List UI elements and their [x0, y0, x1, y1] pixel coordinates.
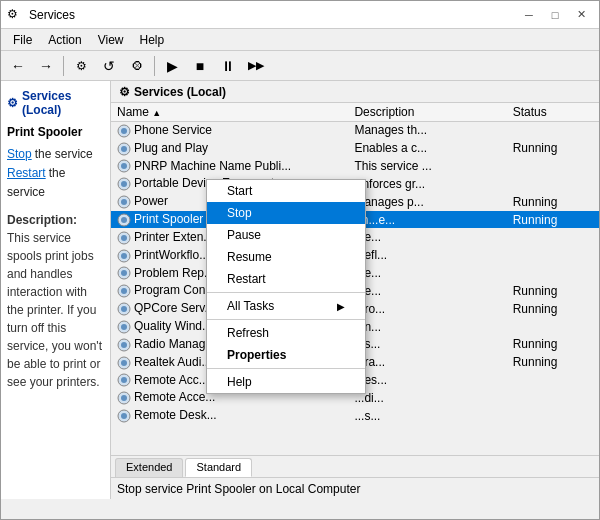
service-desc-cell: Manages p... — [348, 193, 506, 211]
svg-point-33 — [121, 413, 127, 419]
service-status-cell — [507, 246, 599, 264]
resume-service-button[interactable]: ▶▶ — [243, 54, 269, 78]
service-status-cell — [507, 175, 599, 193]
service-name-cell: PNRP Machine Name Publi... — [111, 157, 348, 175]
context-menu-item-refresh[interactable]: Refresh — [207, 322, 365, 344]
service-desc-cell: ...s... — [348, 335, 506, 353]
table-row[interactable]: Phone ServiceManages th... — [111, 122, 599, 140]
context-menu-item-help[interactable]: Help — [207, 371, 365, 393]
content-area: ⚙ Services (Local) Name ▲ Description St… — [111, 81, 599, 499]
service-desc-cell: Enforces gr... — [348, 175, 506, 193]
service-desc-cell: ...ra... — [348, 353, 506, 371]
start-service-button[interactable]: ▶ — [159, 54, 185, 78]
sidebar-actions: Stop the service Restart the service — [7, 145, 104, 203]
service-desc-cell: ...e... — [348, 264, 506, 282]
tab-extended[interactable]: Extended — [115, 458, 183, 477]
pane-header: ⚙ Services (Local) — [111, 81, 599, 103]
svg-point-29 — [121, 377, 127, 383]
service-desc-cell: Enables a c... — [348, 139, 506, 157]
forward-button[interactable]: → — [33, 54, 59, 78]
menu-item-file[interactable]: File — [5, 29, 40, 50]
refresh-toolbar-button[interactable]: ↺ — [96, 54, 122, 78]
service-desc-cell: ...n... — [348, 318, 506, 336]
service-desc-cell: ...e... — [348, 228, 506, 246]
col-status[interactable]: Status — [507, 103, 599, 122]
service-desc-cell: ...di... — [348, 389, 506, 407]
submenu-arrow-icon: ▶ — [337, 301, 345, 312]
service-status-cell: Running — [507, 193, 599, 211]
service-status-cell — [507, 371, 599, 389]
col-description[interactable]: Description — [348, 103, 506, 122]
toolbar-sep-1 — [63, 56, 64, 76]
context-menu-separator — [207, 292, 365, 293]
service-name-cell: Plug and Play — [111, 139, 348, 157]
service-desc-cell: ...s... — [348, 407, 506, 423]
service-status-cell — [507, 407, 599, 423]
tab-standard[interactable]: Standard — [185, 458, 252, 477]
svg-point-31 — [121, 395, 127, 401]
pause-service-button[interactable]: ⏸ — [215, 54, 241, 78]
service-desc-cell: ...es... — [348, 371, 506, 389]
menu-item-view[interactable]: View — [90, 29, 132, 50]
svg-point-1 — [121, 128, 127, 134]
service-status-cell: Running — [507, 211, 599, 229]
properties-button[interactable]: ⚙ — [68, 54, 94, 78]
title-bar: ⚙ Services ─ □ ✕ — [1, 1, 599, 29]
export-button[interactable]: ⭙ — [124, 54, 150, 78]
service-status-cell — [507, 389, 599, 407]
context-menu-item-properties[interactable]: Properties — [207, 344, 365, 366]
service-desc-cell: This service ... — [348, 157, 506, 175]
context-menu-item-pause[interactable]: Pause — [207, 224, 365, 246]
svg-point-27 — [121, 360, 127, 366]
sidebar: ⚙ Services (Local) Print Spooler Stop th… — [1, 81, 111, 499]
table-row[interactable]: PNRP Machine Name Publi...This service .… — [111, 157, 599, 175]
svg-point-19 — [121, 288, 127, 294]
menu-item-help[interactable]: Help — [132, 29, 173, 50]
stop-service-button[interactable]: ■ — [187, 54, 213, 78]
context-menu-item-restart[interactable]: Restart — [207, 268, 365, 290]
context-menu-separator — [207, 319, 365, 320]
maximize-button[interactable]: □ — [543, 5, 567, 25]
service-status-cell: Running — [507, 139, 599, 157]
svg-point-15 — [121, 253, 127, 259]
table-row[interactable]: Plug and PlayEnables a c...Running — [111, 139, 599, 157]
back-button[interactable]: ← — [5, 54, 31, 78]
restart-link[interactable]: Restart — [7, 166, 46, 180]
menu-item-action[interactable]: Action — [40, 29, 89, 50]
status-bar: Stop service Print Spooler on Local Comp… — [111, 477, 599, 499]
service-status-cell — [507, 264, 599, 282]
window-controls: ─ □ ✕ — [517, 5, 593, 25]
service-status-cell — [507, 157, 599, 175]
minimize-button[interactable]: ─ — [517, 5, 541, 25]
svg-point-17 — [121, 270, 127, 276]
svg-point-5 — [121, 163, 127, 169]
service-status-cell: Running — [507, 335, 599, 353]
service-desc-cell: ...e... — [348, 282, 506, 300]
table-row[interactable]: Remote Desk......s... — [111, 407, 599, 423]
sidebar-title: ⚙ Services (Local) — [7, 89, 104, 117]
window-title: Services — [29, 8, 517, 22]
svg-point-11 — [121, 217, 127, 223]
status-text: Stop service Print Spooler on Local Comp… — [117, 482, 360, 496]
svg-point-25 — [121, 342, 127, 348]
service-desc-cell: Manages th... — [348, 122, 506, 140]
stop-link[interactable]: Stop — [7, 147, 32, 161]
service-status-cell: Running — [507, 282, 599, 300]
context-menu-item-stop[interactable]: Stop — [207, 202, 365, 224]
desc-header: Description: — [7, 211, 104, 229]
context-menu-separator — [207, 368, 365, 369]
service-status-cell — [507, 122, 599, 140]
context-menu-item-all-tasks[interactable]: All Tasks▶ — [207, 295, 365, 317]
service-desc-cell: ...efl... — [348, 246, 506, 264]
svg-point-3 — [121, 146, 127, 152]
col-name[interactable]: Name ▲ — [111, 103, 348, 122]
context-menu-item-resume[interactable]: Resume — [207, 246, 365, 268]
sidebar-description: Description: This service spools print j… — [7, 211, 104, 391]
service-name-cell: Phone Service — [111, 122, 348, 140]
desc-text: This service spools print jobs and handl… — [7, 229, 104, 391]
close-button[interactable]: ✕ — [569, 5, 593, 25]
context-menu-item-start[interactable]: Start — [207, 180, 365, 202]
service-status-cell — [507, 318, 599, 336]
tabs-bar: ExtendedStandard — [111, 455, 599, 477]
svg-point-23 — [121, 324, 127, 330]
